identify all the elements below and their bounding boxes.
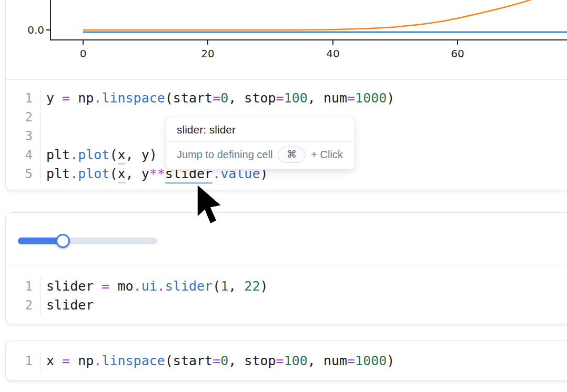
tooltip-click-suffix: + Click — [311, 149, 343, 161]
line-number: 1 — [6, 352, 41, 370]
slider-thumb[interactable] — [56, 234, 70, 248]
line-number: 1 — [6, 277, 41, 296]
code-text — [41, 108, 46, 127]
cmd-key-badge: ⌘ — [278, 147, 306, 163]
variable-hover-tooltip: slider: slider Jump to defining cell ⌘ +… — [166, 117, 355, 170]
reactive-variable: x — [118, 147, 126, 164]
code-editor-x[interactable]: 1x = np.linspace(start=0, stop=100, num=… — [6, 341, 567, 379]
x-tick-label: 40 — [326, 47, 339, 60]
x-tick-label: 60 — [451, 47, 464, 60]
line-number: 1 — [6, 89, 41, 108]
line-number: 2 — [6, 296, 41, 315]
line-number: 5 — [6, 164, 41, 183]
code-line[interactable]: 1x = np.linspace(start=0, stop=100, num=… — [6, 352, 567, 370]
code-text: plt.plot(x, y) — [41, 146, 157, 164]
x-tick-label: 0 — [80, 47, 87, 60]
code-line[interactable]: 2slider — [6, 296, 567, 315]
code-text: slider = mo.ui.slider(1, 22) — [41, 277, 268, 296]
code-text: y = np.linspace(start=0, stop=100, num=1… — [41, 89, 394, 108]
line-series-exponential — [83, 0, 567, 30]
slider-output-area — [6, 213, 567, 265]
line-number: 2 — [6, 108, 41, 127]
x-tick-label: 20 — [201, 47, 214, 60]
reactive-variable: x — [118, 166, 126, 183]
tooltip-title: slider: slider — [166, 117, 355, 141]
line-number: 3 — [6, 127, 41, 146]
line-number: 4 — [6, 146, 41, 164]
matplotlib-chart: 0.0 0 20 40 60 — [6, 0, 567, 80]
tooltip-action-label: Jump to defining cell — [177, 149, 272, 161]
code-text — [41, 127, 46, 146]
notebook-cell-slider: 1slider = mo.ui.slider(1, 22)2slider — [5, 212, 567, 324]
ui-slider-widget[interactable] — [18, 238, 157, 244]
code-text: x = np.linspace(start=0, stop=100, num=1… — [41, 352, 394, 370]
plot-output-area: 0.0 0 20 40 60 — [6, 0, 567, 80]
mouse-cursor-pointer — [196, 184, 228, 230]
notebook-cell-x: 1x = np.linspace(start=0, stop=100, num=… — [5, 341, 567, 381]
code-editor-slider[interactable]: 1slider = mo.ui.slider(1, 22)2slider — [6, 265, 567, 324]
y-tick-label: 0.0 — [27, 24, 44, 36]
code-line[interactable]: 1y = np.linspace(start=0, stop=100, num=… — [6, 89, 567, 108]
code-text: slider — [41, 296, 94, 315]
slider-track[interactable] — [18, 238, 157, 244]
code-line[interactable]: 1slider = mo.ui.slider(1, 22) — [6, 277, 567, 296]
